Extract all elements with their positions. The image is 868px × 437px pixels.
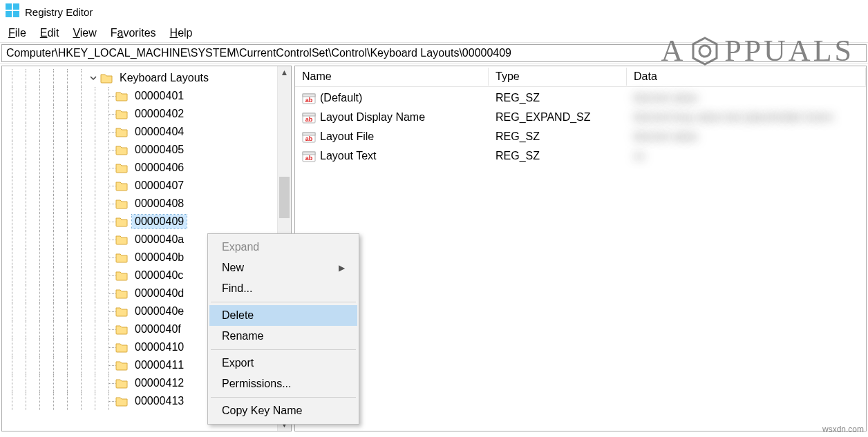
svg-text:ab: ab xyxy=(305,155,313,162)
tree-label-parent: Keyboard Layouts xyxy=(117,71,211,85)
address-path: Computer\HKEY_LOCAL_MACHINE\SYSTEM\Curre… xyxy=(6,47,511,59)
context-menu-separator xyxy=(211,302,356,302)
value-data-blurred: blurred long value text placeholder lore… xyxy=(627,110,866,125)
tree-node-keyboard-layouts[interactable]: Keyboard Layouts xyxy=(5,69,277,87)
tree-label: 0000040e xyxy=(132,304,187,318)
nut-icon xyxy=(690,36,720,66)
value-name: abLayout Display Name xyxy=(295,110,489,125)
folder-icon xyxy=(115,216,128,227)
list-row[interactable]: abLayout FileREG_SZblurred value xyxy=(295,127,866,146)
context-menu: Expand New▶ Find... Delete Rename Export… xyxy=(207,233,359,425)
tree-label: 00000410 xyxy=(132,340,187,354)
list-header: Name Type Data xyxy=(295,66,866,87)
column-header-type[interactable]: Type xyxy=(489,68,627,86)
context-menu-separator xyxy=(211,349,356,350)
list-row[interactable]: abLayout Display NameREG_EXPAND_SZblurre… xyxy=(295,108,866,127)
menu-file[interactable]: File xyxy=(3,26,32,41)
tree-node-00000409[interactable]: 00000409 xyxy=(5,213,277,231)
tree-node-00000407[interactable]: 00000407 xyxy=(5,177,277,195)
value-name: abLayout File xyxy=(295,129,489,144)
folder-icon xyxy=(115,378,128,389)
folder-icon xyxy=(115,108,128,119)
value-data-blurred: blurred value xyxy=(627,129,866,144)
folder-icon xyxy=(115,198,128,209)
menu-view[interactable]: View xyxy=(67,26,102,41)
svg-point-17 xyxy=(699,46,710,57)
folder-icon xyxy=(115,90,128,101)
watermark-logo: A PPUALS xyxy=(661,33,854,68)
value-data-blurred: blurred value xyxy=(627,90,866,106)
value-data-blurred: xx xyxy=(627,148,866,164)
folder-icon xyxy=(100,72,113,84)
tree-label: 00000405 xyxy=(132,143,187,157)
tree-label: 00000402 xyxy=(132,107,187,121)
regedit-icon xyxy=(6,3,19,20)
tree-node-00000406[interactable]: 00000406 xyxy=(5,159,277,177)
folder-icon xyxy=(115,360,128,371)
tree-label: 00000401 xyxy=(132,89,187,103)
folder-icon xyxy=(115,180,128,191)
context-menu-separator xyxy=(211,397,356,398)
menu-help[interactable]: Help xyxy=(164,26,198,41)
tree-label: 00000412 xyxy=(132,376,187,390)
value-type: REG_SZ xyxy=(489,90,627,106)
chevron-down-icon[interactable] xyxy=(88,74,99,82)
menu-file-rest: ile xyxy=(15,27,26,39)
column-header-name[interactable]: Name xyxy=(295,68,489,86)
menu-edit[interactable]: Edit xyxy=(35,26,65,41)
folder-icon xyxy=(115,324,128,335)
context-menu-new[interactable]: New▶ xyxy=(209,258,357,278)
title-bar: Registry Editor xyxy=(0,0,868,23)
svg-text:ab: ab xyxy=(305,116,313,123)
tree-label: 0000040a xyxy=(132,233,187,246)
context-menu-expand[interactable]: Expand xyxy=(209,237,357,258)
tree-label: 0000040c xyxy=(132,269,186,282)
context-menu-rename[interactable]: Rename xyxy=(209,326,357,347)
reg-string-icon: ab xyxy=(302,150,316,162)
folder-icon xyxy=(115,252,128,263)
list-body: ab(Default)REG_SZblurred valueabLayout D… xyxy=(295,87,866,167)
window-title: Registry Editor xyxy=(25,6,93,18)
tree-label: 00000411 xyxy=(132,358,187,372)
svg-rect-0 xyxy=(6,3,12,10)
content-area: Keyboard Layouts 00000401000004020000040… xyxy=(0,64,868,433)
context-menu-export[interactable]: Export xyxy=(209,353,357,373)
tree-label: 00000409 xyxy=(132,215,187,229)
scrollbar-thumb[interactable] xyxy=(279,177,290,218)
context-menu-find[interactable]: Find... xyxy=(209,278,357,299)
context-menu-copy-key-name[interactable]: Copy Key Name xyxy=(209,400,357,421)
tree-node-00000405[interactable]: 00000405 xyxy=(5,141,277,159)
tree-node-00000402[interactable]: 00000402 xyxy=(5,105,277,123)
list-row[interactable]: ab(Default)REG_SZblurred value xyxy=(295,88,866,108)
value-type: REG_SZ xyxy=(489,129,627,144)
context-menu-delete[interactable]: Delete xyxy=(209,305,357,326)
folder-icon xyxy=(115,306,128,317)
folder-icon xyxy=(115,126,128,137)
folder-icon xyxy=(115,144,128,155)
svg-marker-16 xyxy=(693,38,717,64)
list-row[interactable]: abLayout TextREG_SZxx xyxy=(295,146,866,166)
tree-node-00000408[interactable]: 00000408 xyxy=(5,195,277,213)
chevron-right-icon: ▶ xyxy=(339,263,345,273)
tree-node-00000404[interactable]: 00000404 xyxy=(5,123,277,141)
value-name: abLayout Text xyxy=(295,148,489,164)
tree-node-00000401[interactable]: 00000401 xyxy=(5,87,277,105)
scroll-up-icon[interactable]: ▲ xyxy=(278,66,291,79)
tree-label: 00000406 xyxy=(132,161,187,175)
menu-favorites[interactable]: Favorites xyxy=(105,26,162,41)
svg-rect-2 xyxy=(6,11,12,17)
tree-label: 00000413 xyxy=(132,394,187,408)
column-header-data[interactable]: Data xyxy=(627,68,866,86)
tree-label: 0000040b xyxy=(132,251,187,264)
folder-icon xyxy=(115,288,128,299)
svg-rect-3 xyxy=(13,11,19,17)
value-name: ab(Default) xyxy=(295,90,489,106)
tree-label: 00000407 xyxy=(132,179,187,193)
context-menu-permissions[interactable]: Permissions... xyxy=(209,373,357,394)
tree-label: 00000408 xyxy=(132,197,187,211)
folder-icon xyxy=(115,396,128,407)
reg-string-icon: ab xyxy=(302,92,316,104)
reg-string-icon: ab xyxy=(302,111,316,124)
tree-label: 0000040d xyxy=(132,287,187,300)
folder-icon xyxy=(115,162,128,173)
